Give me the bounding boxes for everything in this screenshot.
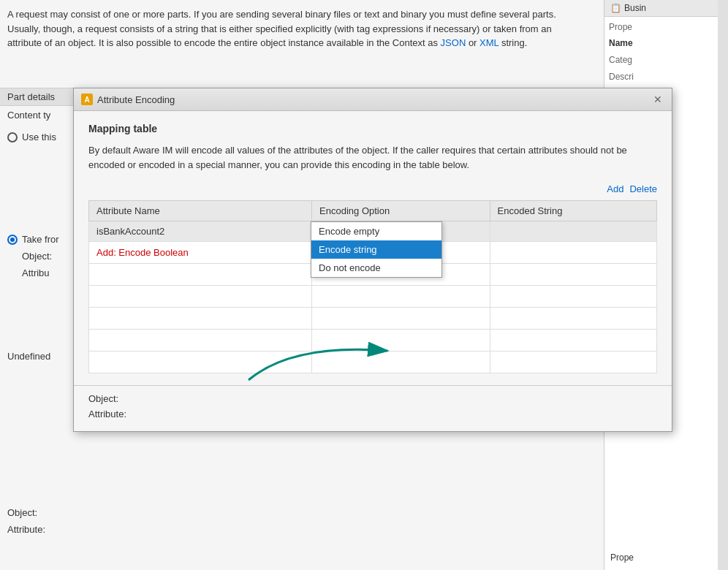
cell-empty-name-4 — [89, 308, 312, 330]
cell-empty-name-6 — [89, 352, 312, 373]
modal-section-title: Mapping table — [88, 123, 657, 134]
delete-link[interactable]: Delete — [629, 183, 657, 194]
modal-close-button[interactable]: ✕ — [651, 93, 664, 106]
right-panel-name: Name — [609, 38, 724, 48]
dropdown-item-do-not-encode[interactable]: Do not encode — [311, 259, 441, 277]
cell-empty-string-2 — [490, 264, 656, 286]
cell-empty-string-6 — [490, 352, 656, 373]
col-encoded-string: Encoded String — [490, 201, 656, 221]
cell-attribute-name: isBankAccount2 — [89, 221, 312, 242]
modal-title-area: A Attribute Encoding — [81, 94, 175, 105]
right-panel-categ-label: Categ — [609, 55, 632, 65]
modal-description: By default Aware IM will encode all valu… — [88, 143, 657, 172]
right-panel-descri: Descri — [609, 71, 724, 82]
cell-empty-name-3 — [89, 286, 312, 308]
right-panel-categ: Categ — [609, 54, 724, 65]
modal-icon: A — [81, 94, 93, 105]
add-encode-boolean-text: Add: Encode Boolean — [96, 247, 189, 258]
cell-empty-option-4 — [312, 308, 490, 330]
cell-empty-option-6 — [312, 352, 490, 373]
modal-bottom-attribute: Attribute: — [88, 408, 657, 419]
table-row-empty-3 — [89, 286, 657, 308]
col-encoding-option: Encoding Option — [312, 201, 490, 221]
right-panel-name-label: Name — [609, 38, 724, 48]
table-header-row: Attribute Name Encoding Option Encoded S… — [89, 201, 657, 221]
modal-titlebar: A Attribute Encoding ✕ — [74, 88, 672, 111]
cell-empty-string-4 — [490, 308, 656, 330]
right-panel-header: 📋 Busin — [604, 0, 728, 17]
attribute-encoding-modal: A Attribute Encoding ✕ Mapping table By … — [73, 88, 672, 432]
modal-bottom-attribute-label: Attribute: — [88, 408, 126, 419]
right-panel-icon: 📋 — [610, 3, 621, 13]
encoding-table: Attribute Name Encoding Option Encoded S… — [88, 200, 657, 373]
right-panel-prope-label: Prope — [609, 22, 632, 32]
modal-bottom-object: Object: — [88, 393, 657, 404]
cell-empty-option-3 — [312, 286, 490, 308]
col-attribute-name: Attribute Name — [89, 201, 312, 221]
table-row-empty-6 — [89, 352, 657, 373]
cell-encoding-option[interactable]: Encode string Encode empty Encode string… — [312, 221, 490, 242]
right-panel-descri-label: Descri — [609, 72, 634, 82]
modal-title-text: Attribute Encoding — [97, 94, 175, 105]
add-link[interactable]: Add — [607, 183, 623, 194]
cell-empty-name-5 — [89, 330, 312, 352]
cell-empty-option-5 — [312, 330, 490, 352]
modal-bottom-fields: Object: Attribute: — [74, 385, 672, 431]
table-row-empty-5 — [89, 330, 657, 352]
right-panel-scrollbar[interactable] — [718, 0, 728, 570]
table-row-empty-4 — [89, 308, 657, 330]
modal-overlay: A Attribute Encoding ✕ Mapping table By … — [0, 0, 607, 570]
encoding-dropdown: Encode empty Encode string Do not encode — [311, 221, 442, 278]
dropdown-item-encode-string[interactable]: Encode string — [311, 240, 441, 259]
cell-encoded-string — [490, 221, 656, 242]
cell-empty-string-5 — [490, 330, 656, 352]
right-panel-title: Busin — [624, 3, 646, 13]
modal-bottom-object-label: Object: — [88, 393, 118, 404]
modal-actions: Add Delete — [88, 183, 657, 194]
dropdown-item-encode-empty[interactable]: Encode empty — [311, 222, 441, 240]
modal-body: Mapping table By default Aware IM will e… — [74, 111, 672, 385]
right-panel-bottom-label: Prope — [610, 552, 634, 563]
cell-empty-name-2 — [89, 264, 312, 286]
modal-close-icon: ✕ — [653, 94, 662, 105]
right-panel-prope: Prope — [609, 21, 724, 32]
cell-empty-string-1 — [490, 242, 656, 264]
cell-add-encode: Add: Encode Boolean — [89, 242, 312, 264]
cell-empty-string-3 — [490, 286, 656, 308]
table-row[interactable]: isBankAccount2 Encode string Encode empt… — [89, 221, 657, 242]
